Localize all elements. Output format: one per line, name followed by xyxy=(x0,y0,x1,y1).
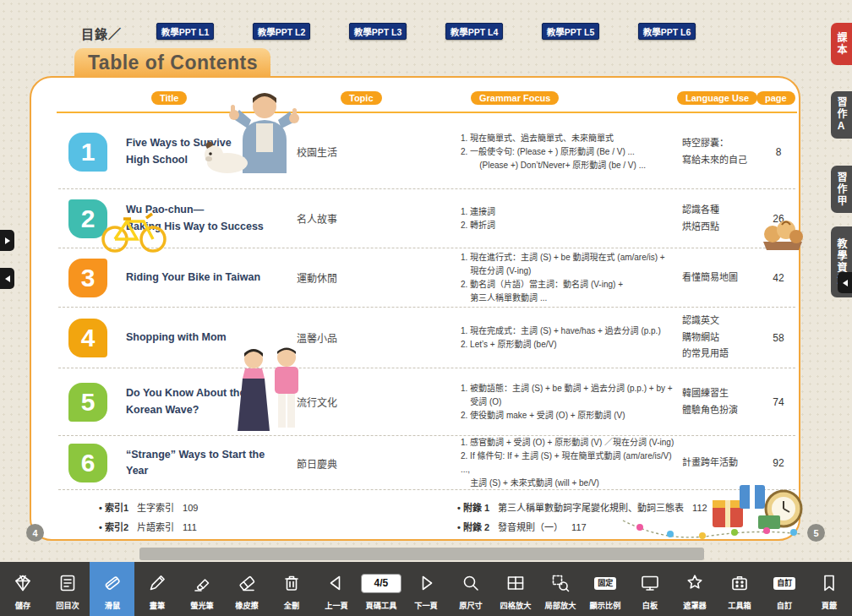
tool-back-to-toc[interactable]: 回目次 xyxy=(45,562,90,616)
toc-row-unit-5[interactable]: 5 Do You Know About the Korean Wave? 流行文… xyxy=(58,368,795,436)
trash-icon xyxy=(281,570,302,596)
save-icon xyxy=(13,570,33,596)
prev-page-icon xyxy=(326,570,347,596)
column-header-page: page xyxy=(756,91,795,105)
display-ratio-value: 固定 xyxy=(594,577,616,590)
toc-row-unit-2[interactable]: 2 Wu Pao-chun— Baking His Way to Success… xyxy=(58,189,795,248)
appendix-label: • 附錄 1 xyxy=(457,499,489,518)
tool-display-ratio[interactable]: 固定 顯示比例 xyxy=(583,562,628,616)
appendix-label: • 附錄 2 xyxy=(457,518,489,537)
page-title: Table of Contents xyxy=(88,52,258,74)
tool-delete-all[interactable]: 全刪 xyxy=(269,562,314,616)
column-header-topic: Topic xyxy=(341,91,382,105)
unit-number-badge: 4 xyxy=(68,319,107,357)
tool-page-tabs[interactable]: 頁籤 xyxy=(807,562,852,616)
tool-eraser[interactable]: 橡皮擦 xyxy=(224,562,269,616)
tool-page-number[interactable]: 4/5 頁碼工具 xyxy=(358,562,403,616)
left-panel-expand-handle[interactable] xyxy=(0,230,14,251)
header-divider xyxy=(57,112,797,113)
tab-workbook-a[interactable]: 習作A xyxy=(831,91,852,139)
tool-save[interactable]: 儲存 xyxy=(0,562,45,616)
index-list: • 索引1 生字索引 109 • 索引2 片語索引 111 xyxy=(99,499,198,537)
magnifier-icon xyxy=(461,570,481,596)
appendix-page: 112 xyxy=(692,499,707,518)
chevron-left-icon xyxy=(842,279,849,287)
unit-grammar-focus: 1. 連接詞 2. 轉折詞 xyxy=(442,205,680,232)
unit-language-use: 韓國練習生 體驗角色扮演 xyxy=(680,385,762,419)
tab-workbook-jia[interactable]: 習作甲 xyxy=(831,166,852,213)
tool-toolbox[interactable]: 工具箱 xyxy=(718,562,762,616)
ppt-button-l3[interactable]: 教學PPT L3 xyxy=(349,23,407,40)
unit-title: Shopping with Mom xyxy=(117,330,283,346)
unit-topic: 名人故事 xyxy=(283,211,378,226)
unit-number-badge: 5 xyxy=(68,383,107,422)
unit-number-badge: 6 xyxy=(68,444,107,482)
appendix-item: • 附錄 1 第三人稱單數動詞字尾變化規則、動詞三態表 112 xyxy=(457,499,707,518)
index-item: • 索引1 生字索引 109 xyxy=(99,499,198,518)
mask-star-icon xyxy=(685,570,705,596)
unit-grammar-focus: 1. 現在完成式：主詞 (S) + have/has + 過去分詞 (p.p.)… xyxy=(442,324,680,352)
bottom-toolbar: 儲存 回目次 滑鼠 畫筆 螢光筆 橡皮擦 全刪 xyxy=(0,562,852,616)
unit-grammar-focus: 1. 現在簡單式、過去簡單式、未來簡單式 2. 一般使令句: (Please +… xyxy=(442,132,680,172)
index-page: 111 xyxy=(183,518,197,537)
back-to-toc-icon xyxy=(57,570,78,596)
tool-mask[interactable]: 遮罩器 xyxy=(673,562,718,616)
unit-page-number: 42 xyxy=(762,272,795,284)
toc-row-unit-6[interactable]: 6 “Strange” Ways to Start the Year 節日慶典 … xyxy=(58,436,795,490)
tool-four-grid-zoom[interactable]: 四格放大 xyxy=(494,562,538,616)
right-panel-collapse-handle[interactable] xyxy=(838,272,852,293)
toc-row-unit-1[interactable]: 1 Five Ways to Survive High School 校園生活 … xyxy=(58,115,795,189)
tab-textbook[interactable]: 課本 xyxy=(831,23,852,65)
next-page-icon xyxy=(416,570,436,596)
ppt-button-row: 教學PPT L1 教學PPT L2 教學PPT L3 教學PPT L4 教學PP… xyxy=(156,23,696,40)
ppt-button-l4[interactable]: 教學PPT L4 xyxy=(445,23,503,40)
pen-icon xyxy=(147,570,167,596)
appendix-item: • 附錄 2 發音規則（一） 117 xyxy=(457,518,707,537)
unit-language-use: 時空膠囊： 寫給未來的自己 xyxy=(680,135,762,169)
column-header-title: Title xyxy=(151,91,187,105)
index-page: 109 xyxy=(183,499,198,518)
tool-mouse[interactable]: 滑鼠 xyxy=(90,562,134,616)
unit-language-use: 認識英文 購物網站 的常見用語 xyxy=(680,313,762,363)
unit-title: Five Ways to Survive High School xyxy=(117,135,283,168)
tool-whiteboard[interactable]: 白板 xyxy=(628,562,673,616)
tool-next-page[interactable]: 下一頁 xyxy=(403,562,448,616)
tool-highlighter[interactable]: 螢光筆 xyxy=(179,562,224,616)
custom-box-value: 自訂 xyxy=(773,577,795,590)
column-header-language-use: Language Use xyxy=(677,91,757,105)
tool-pen[interactable]: 畫筆 xyxy=(134,562,179,616)
toolbox-icon xyxy=(729,570,750,596)
catalog-label: 目錄／ xyxy=(81,25,122,42)
unit-language-use: 認識各種 烘焙西點 xyxy=(680,202,762,236)
chevron-left-icon xyxy=(4,275,11,283)
ppt-button-l5[interactable]: 教學PPT L5 xyxy=(542,23,599,40)
ppt-button-l6[interactable]: 教學PPT L6 xyxy=(638,23,696,40)
appendix-page: 117 xyxy=(571,518,587,537)
page-indicator-value[interactable]: 4/5 xyxy=(361,574,401,593)
tool-original-size[interactable]: 原尺寸 xyxy=(448,562,493,616)
toc-row-unit-3[interactable]: 3 Riding Your Bike in Taiwan 運動休閒 1. 現在進… xyxy=(58,248,795,308)
tool-prev-page[interactable]: 上一頁 xyxy=(314,562,358,616)
unit-number-badge: 1 xyxy=(68,133,107,172)
bookmark-icon xyxy=(819,570,839,596)
horizontal-scrollbar[interactable] xyxy=(139,548,704,560)
four-grid-icon xyxy=(505,570,526,596)
tool-partial-zoom[interactable]: 局部放大 xyxy=(538,562,583,616)
unit-page-number: 26 xyxy=(762,213,795,225)
index-text: 生字索引 xyxy=(137,499,174,518)
unit-grammar-focus: 1. 感官動詞 + 受詞 (O) + 原形動詞 (V) ／現在分詞 (V-ing… xyxy=(442,436,680,490)
toc-card: Title Topic Grammar Focus Language Use p… xyxy=(30,76,800,541)
unit-number-badge: 2 xyxy=(68,199,107,238)
unit-topic: 運動休閒 xyxy=(283,270,378,285)
toc-row-unit-4[interactable]: 4 Shopping with Mom 溫馨小品 1. 現在完成式：主詞 (S)… xyxy=(58,308,795,368)
page-number-right-badge: 5 xyxy=(807,524,825,542)
left-panel-collapse-handle[interactable] xyxy=(0,268,14,289)
unit-language-use: 計畫跨年活動 xyxy=(680,455,762,472)
unit-page-number: 58 xyxy=(762,332,795,344)
tool-custom[interactable]: 自訂 自訂 xyxy=(762,562,807,616)
eraser-icon xyxy=(237,570,257,596)
ppt-button-l2[interactable]: 教學PPT L2 xyxy=(253,23,310,40)
appendix-text: 第三人稱單數動詞字尾變化規則、動詞三態表 xyxy=(498,499,684,518)
ppt-button-l1[interactable]: 教學PPT L1 xyxy=(156,23,214,40)
index-label: • 索引1 xyxy=(99,499,128,518)
